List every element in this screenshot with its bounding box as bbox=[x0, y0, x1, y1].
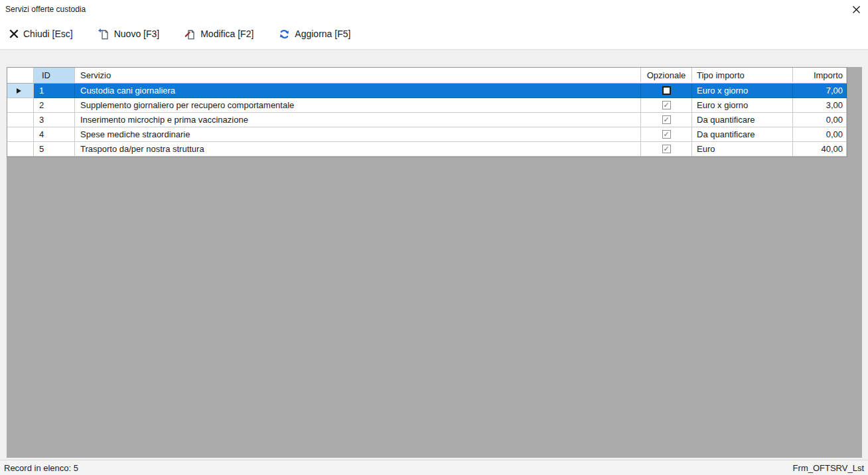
table-row[interactable]: 1Custodia cani giornalieraEuro x giorno7… bbox=[7, 84, 847, 98]
checkbox-checked-icon[interactable] bbox=[662, 130, 671, 139]
current-row-arrow-icon bbox=[17, 88, 21, 94]
cell-tipo-importo[interactable]: Da quantificare bbox=[692, 127, 793, 142]
refresh-icon bbox=[279, 29, 290, 40]
close-x-icon bbox=[9, 29, 19, 38]
window-close-button[interactable] bbox=[848, 2, 864, 17]
checkbox-checked-icon[interactable] bbox=[662, 101, 671, 109]
column-header-tipo_importo[interactable]: Tipo importo bbox=[692, 68, 793, 84]
cell-tipo-importo[interactable]: Euro x giorno bbox=[692, 98, 793, 113]
modifica-button-label: Modifica [F2] bbox=[200, 29, 253, 39]
chiudi-button[interactable]: Chiudi [Esc] bbox=[7, 26, 76, 42]
form-name-label: Frm_OFTSRV_Lst bbox=[793, 463, 864, 473]
cell-opzionale[interactable] bbox=[641, 84, 692, 98]
new-document-icon bbox=[98, 29, 109, 40]
cell-id[interactable]: 3 bbox=[34, 113, 75, 127]
table-row[interactable]: 3Inserimento microchip e prima vaccinazi… bbox=[7, 113, 847, 127]
services-table: IDServizioOpzionaleTipo importoImporto1C… bbox=[7, 67, 847, 157]
aggiorna-button-label: Aggiorna [F5] bbox=[295, 29, 350, 39]
cell-id[interactable]: 1 bbox=[34, 84, 75, 98]
table-row[interactable]: 5Trasporto da/per nostra strutturaEuro40… bbox=[7, 142, 847, 157]
nuovo-button-label: Nuovo [F3] bbox=[114, 29, 159, 39]
cell-id[interactable]: 4 bbox=[34, 127, 75, 142]
row-selector-cell[interactable] bbox=[7, 113, 34, 127]
column-header-opzionale[interactable]: Opzionale bbox=[641, 68, 692, 84]
cell-tipo-importo[interactable]: Euro x giorno bbox=[692, 84, 793, 98]
cell-opzionale[interactable] bbox=[641, 98, 692, 113]
cell-importo[interactable]: 3,00 bbox=[793, 98, 847, 113]
cell-servizio[interactable]: Custodia cani giornaliera bbox=[75, 84, 641, 98]
cell-servizio[interactable]: Spese mediche straordinarie bbox=[75, 127, 641, 142]
table-row[interactable]: 2Supplemento giornaliero per recupero co… bbox=[7, 98, 847, 113]
cell-servizio[interactable]: Supplemento giornaliero per recupero com… bbox=[75, 98, 641, 113]
table-row[interactable]: 4Spese mediche straordinarieDa quantific… bbox=[7, 127, 847, 142]
column-header-rowheader[interactable] bbox=[7, 68, 34, 84]
window-titlebar: Servizi offerte custodia bbox=[0, 0, 868, 19]
cell-servizio[interactable]: Trasporto da/per nostra struttura bbox=[75, 142, 641, 157]
cell-tipo-importo[interactable]: Da quantificare bbox=[692, 113, 793, 127]
toolbar: Chiudi [Esc] Nuovo [F3] Modifica [F2] bbox=[0, 19, 868, 50]
cell-tipo-importo[interactable]: Euro bbox=[692, 142, 793, 157]
column-header-servizio[interactable]: Servizio bbox=[75, 68, 641, 84]
cell-opzionale[interactable] bbox=[641, 127, 692, 142]
cell-id[interactable]: 5 bbox=[34, 142, 75, 157]
close-icon bbox=[852, 5, 861, 14]
cell-importo[interactable]: 7,00 bbox=[793, 84, 847, 98]
window-title: Servizi offerte custodia bbox=[5, 5, 86, 14]
table-header-row: IDServizioOpzionaleTipo importoImporto bbox=[7, 68, 847, 84]
row-selector-cell[interactable] bbox=[7, 142, 34, 157]
record-count-label: Record in elenco: 5 bbox=[4, 463, 78, 473]
cell-opzionale[interactable] bbox=[641, 113, 692, 127]
row-selector-cell[interactable] bbox=[7, 84, 34, 98]
cell-id[interactable]: 2 bbox=[34, 98, 75, 113]
row-selector-cell[interactable] bbox=[7, 127, 34, 142]
app-window: Servizi offerte custodia Chiudi [Esc] Nu… bbox=[0, 0, 868, 475]
edit-document-icon bbox=[184, 29, 196, 40]
grid-background: IDServizioOpzionaleTipo importoImporto1C… bbox=[7, 67, 862, 458]
cell-importo[interactable]: 40,00 bbox=[793, 142, 847, 157]
nuovo-button[interactable]: Nuovo [F3] bbox=[96, 26, 162, 42]
checkbox-checked-icon[interactable] bbox=[662, 115, 671, 124]
modifica-button[interactable]: Modifica [F2] bbox=[182, 26, 256, 42]
cell-servizio[interactable]: Inserimento microchip e prima vaccinazio… bbox=[75, 113, 641, 127]
aggiorna-button[interactable]: Aggiorna [F5] bbox=[276, 26, 353, 42]
cell-importo[interactable]: 0,00 bbox=[793, 127, 847, 142]
cell-opzionale[interactable] bbox=[641, 142, 692, 157]
column-header-importo[interactable]: Importo bbox=[793, 68, 847, 84]
row-selector-cell[interactable] bbox=[7, 98, 34, 113]
chiudi-button-label: Chiudi [Esc] bbox=[23, 29, 73, 39]
cell-importo[interactable]: 0,00 bbox=[793, 113, 847, 127]
checkbox-unchecked-icon[interactable] bbox=[662, 86, 671, 95]
status-bar: Record in elenco: 5 Frm_OFTSRV_Lst bbox=[0, 460, 868, 475]
checkbox-checked-icon[interactable] bbox=[662, 145, 671, 153]
column-header-id[interactable]: ID bbox=[34, 68, 75, 84]
